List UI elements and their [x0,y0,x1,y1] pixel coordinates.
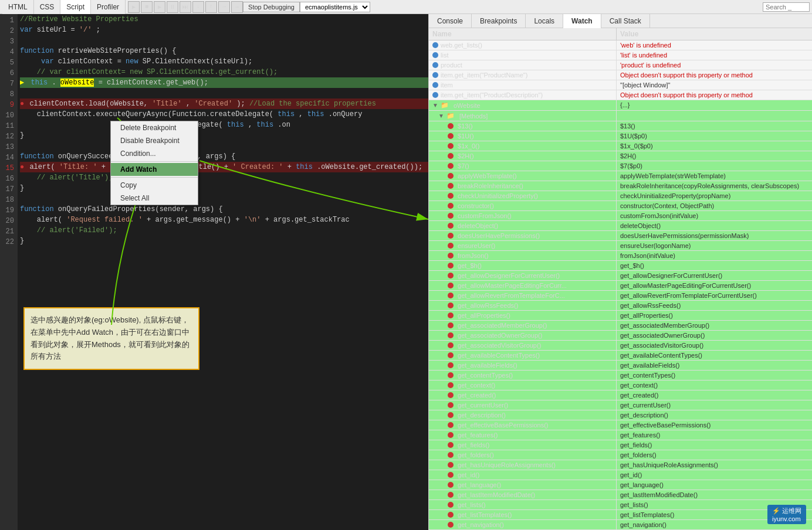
panel-tab-console[interactable]: Console [429,14,472,28]
watch-row-getAllowRss[interactable]: get_allowRssFeeds() get_allowRssFeeds() [429,301,812,311]
watch-cell-13-value: $13() [617,121,812,131]
context-menu-add-watch[interactable]: Add Watch [111,163,198,176]
code-line-22: } [20,236,428,246]
watch-row-checkUninit[interactable]: checkUninitializedProperty() checkUninit… [429,191,812,201]
annotation-text: 选中感兴趣的对象(eg:oWebsite), 点鼠标右键，在菜单中先中Add W… [31,315,190,361]
watch-row-getId[interactable]: get_id() get_id() [429,470,812,480]
watch-row-getAvailableContent[interactable]: get_availableContentTypes() get_availabl… [429,351,812,361]
line2-var: var [20,26,33,34]
expand-owebsite[interactable]: ▼ [432,102,438,108]
line21-text: // alert('Failed'); [20,226,117,235]
toolbar: HTML CSS Script Profiler ▶ ■ ▶ ⏸ ⏭ ↓ ↑ →… [0,0,812,14]
step-in-icon[interactable]: ↓ [192,1,204,13]
watch-row-getAssocOwner[interactable]: get_associatedOwnerGroup() get_associate… [429,331,812,341]
watch-row-getLastItemModified[interactable]: get_lastItemModifiedDate() get_lastItemM… [429,490,812,500]
line4-fn: function [20,47,54,55]
breakpoint-dot-9: ● [20,100,24,108]
panel-tab-locals[interactable]: Locals [526,14,563,28]
watch-row-getAssocVisitor[interactable]: get_associatedVisitorGroup() get_associa… [429,341,812,351]
watch-row-getDescription[interactable]: get_description() get_description() [429,410,812,420]
watch-row-getContext[interactable]: get_context() get_context() [429,380,812,390]
watch-row-item-productdesc[interactable]: item.get_item("ProductDescription") Obje… [429,90,812,100]
watch-icon-customFromJson [448,213,454,219]
panel-tab-watch[interactable]: Watch [563,14,601,28]
watch-row-getAllowDesigner[interactable]: get_allowDesignerForCurrentUser() get_al… [429,271,812,281]
watch-cell-get_h-value: get_$h() [617,261,812,270]
pause-icon[interactable]: ⏸ [167,1,178,13]
panel-tab-breakpoints[interactable]: Breakpoints [472,14,526,28]
watch-row-applyWebTemplate[interactable]: applyWebTemplate() applyWebTemplate(strW… [429,171,812,181]
file-selector[interactable]: ecmaoplistitems.js [300,2,370,12]
expand-methods[interactable]: ▼ [438,113,444,119]
watch-row-deleteObject[interactable]: deleteObject() deleteObject() [429,221,812,231]
watch-row-getHasUniqueRole[interactable]: get_hasUniqueRoleAssignments() get_hasUn… [429,460,812,470]
watch-row-getAllowRevert[interactable]: get_allowRevertFromTemplateForC... get_a… [429,291,812,301]
tab-html[interactable]: HTML [2,0,34,14]
watch-row-getLanguage[interactable]: get_language() get_language() [429,480,812,490]
watch-row-doesUserHavePermissions[interactable]: doesUserHavePermissions() doesUserHavePe… [429,231,812,241]
code-line-11: Function.createDelegate( this , this .on [20,120,428,130]
watch-row-breakRoleInheritance[interactable]: breakRoleInheritance() breakRoleInherita… [429,181,812,191]
step-icon2[interactable]: → [218,1,230,13]
line-num-1: 1 [0,15,14,26]
watch-row-customFromJson[interactable]: customFromJson() customFromJson(initValu… [429,211,812,221]
watch-row-getFolders[interactable]: get_folders() get_folders() [429,450,812,460]
watch-row-methods[interactable]: ▼ 📁 [Methods] [429,111,812,121]
watch-row-1x0[interactable]: $1x_0() $1x_0($p0) [429,141,812,151]
watch-row-constructor[interactable]: constructor() constructor(Context, Objec… [429,201,812,211]
watch-row-ensureUser[interactable]: ensureUser() ensureUser(logonName) [429,241,812,251]
watch-row-item-productname[interactable]: item.get_item("ProductName") Object does… [429,70,812,80]
step-icon3[interactable]: ⇒ [231,1,243,13]
watch-cell-getAllowRevert-value: get_allowRevertFromTemplateForCurrentUse… [617,291,812,300]
tab-profiler[interactable]: Profiler [91,0,126,14]
context-menu-copy[interactable]: Copy [111,179,198,192]
line-num-17: 17 [0,184,14,195]
step-out-icon[interactable]: ↑ [205,1,217,13]
code-line-20: alert( 'Request failed. ' + args.get_mes… [20,215,428,225]
panel-tab-callstack[interactable]: Call Stack [601,14,650,28]
watch-row-fromJson[interactable]: fromJson() fromJson(initValue) [429,251,812,261]
stop-debugging-button[interactable]: Stop Debugging [243,2,300,12]
line11-end: .on [278,121,290,129]
watch-row-getAvailableFields[interactable]: get_availableFields() get_availableField… [429,361,812,371]
watch-icon-list [432,52,438,58]
tab-script[interactable]: Script [60,0,91,14]
watch-row-getContentTypes[interactable]: get_contentTypes() get_contentTypes() [429,371,812,380]
watch-row-getNavigation[interactable]: get_navigation() get_navigation() [429,520,812,530]
watch-row-item[interactable]: item "[object Window]" [429,80,812,90]
watch-row-getAssocMember[interactable]: get_associatedMemberGroup() get_associat… [429,321,812,331]
watch-row-getCreated[interactable]: get_created() get_created() [429,390,812,400]
code-editor[interactable]: 1 2 3 4 5 6 7 8 9 10 11 12 13 14 15 16 1… [0,14,428,530]
context-menu-select-all[interactable]: Select All [111,192,198,205]
watch-row-get_h[interactable]: get_$h() get_$h() [429,261,812,271]
watch-row-13[interactable]: $13() $13() [429,121,812,131]
stop-icon[interactable]: ■ [141,1,153,13]
watch-row-getListTemplates[interactable]: get_listTemplates() get_listTemplates() [429,510,812,520]
watch-row-owebsite[interactable]: ▼ 📁 oWebsite {...} [429,100,812,111]
watch-row-getFeatures[interactable]: get_features() get_features() [429,430,812,440]
watch-icon-item-productdesc [432,92,438,98]
play-icon[interactable]: ▶ [154,1,165,13]
watch-row-list[interactable]: list 'list' is undefined [429,50,812,60]
watch-row-2H[interactable]: $2H() $2H() [429,151,812,161]
watch-row-getLists[interactable]: get_lists() get_lists() [429,500,812,510]
watch-row-product[interactable]: product 'product' is undefined [429,60,812,70]
context-menu-condition[interactable]: Condition... [111,147,198,160]
watch-row-7[interactable]: $7() $7($p0) [429,161,812,171]
watch-row-getCurrentUser[interactable]: get_currentUser() get_currentUser() [429,400,812,410]
watch-row-getAllowMaster[interactable]: get_allowMasterPageEditingForCurr... get… [429,281,812,291]
watch-row-web-lists[interactable]: web.get_lists() 'web' is undefined [429,40,812,50]
search-input[interactable] [763,2,810,12]
context-menu-disable-breakpoint[interactable]: Disable Breakpoint [111,134,198,147]
context-menu-delete-breakpoint[interactable]: Delete Breakpoint [111,121,198,134]
next-icon[interactable]: ⏭ [180,1,191,13]
continue-icon[interactable]: ▶ [128,1,140,13]
line-num-7: 7 [0,79,14,89]
watch-cell-getLists-name: get_lists() [429,500,617,509]
line-num-14: 14 [0,152,14,163]
watch-row-1U[interactable]: $1U() $1U($p0) [429,131,812,141]
watch-row-getFields[interactable]: get_fields() get_fields() [429,440,812,450]
watch-row-getAllProperties[interactable]: get_allProperties() get_allProperties() [429,311,812,321]
watch-row-getEffectiveBasePerms[interactable]: get_effectiveBasePermissions() get_effec… [429,420,812,430]
tab-css[interactable]: CSS [34,0,61,14]
